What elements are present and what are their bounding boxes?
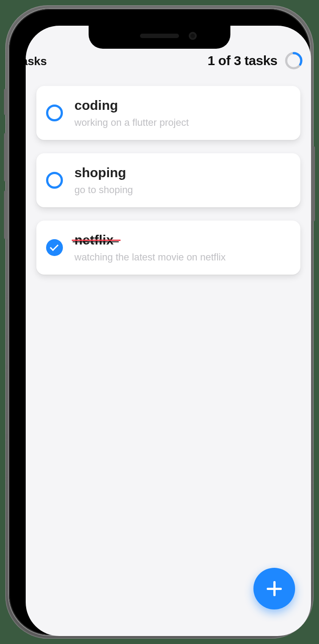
side-button-mute <box>4 89 8 115</box>
task-subtitle: working on a flutter project <box>74 117 290 128</box>
speaker-grill <box>140 34 179 38</box>
task-count-label: 1 of 3 tasks <box>208 53 277 68</box>
task-title: shoping <box>74 165 126 181</box>
task-checkbox-checked[interactable] <box>46 239 63 256</box>
task-checkbox[interactable] <box>46 105 63 121</box>
task-texts: shoping go to shoping <box>74 165 290 196</box>
task-title: netflix <box>74 232 113 248</box>
task-list[interactable]: coding working on a flutter project shop… <box>36 86 300 275</box>
screen: Tasks 1 of 3 tasks coding working on a f… <box>26 26 311 636</box>
task-row[interactable]: netflix watching the latest movie on net… <box>36 221 300 275</box>
phone-frame: Tasks 1 of 3 tasks coding working on a f… <box>9 9 310 635</box>
task-texts: coding working on a flutter project <box>74 97 290 128</box>
task-subtitle: watching the latest movie on netflix <box>74 252 290 263</box>
side-button-vol-down <box>4 190 8 239</box>
front-camera <box>189 32 197 40</box>
plus-icon <box>273 581 276 596</box>
notch <box>89 25 230 49</box>
page-title: Tasks <box>26 54 47 68</box>
strike-line-icon <box>72 240 121 241</box>
side-button-power <box>311 146 315 221</box>
task-checkbox[interactable] <box>46 172 63 189</box>
progress-ring-icon <box>284 51 303 70</box>
task-texts: netflix watching the latest movie on net… <box>74 232 290 263</box>
task-subtitle: go to shoping <box>74 184 290 196</box>
task-row[interactable]: shoping go to shoping <box>36 153 300 207</box>
side-button-vol-up <box>4 133 8 182</box>
check-icon <box>50 242 58 251</box>
task-row[interactable]: coding working on a flutter project <box>36 86 300 140</box>
add-task-button[interactable] <box>253 568 295 609</box>
task-title: coding <box>74 97 118 113</box>
strike-line-icon <box>73 241 119 242</box>
